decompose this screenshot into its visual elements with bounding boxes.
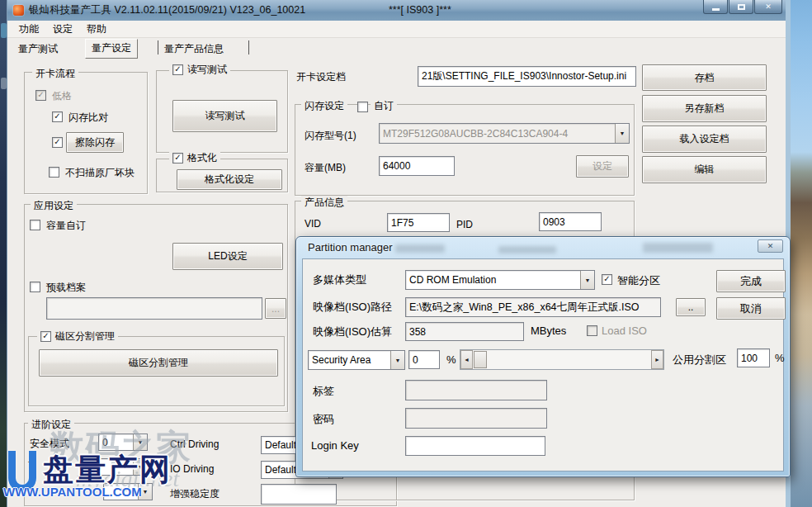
capacity-custom-label[interactable]: 容量自订 <box>46 219 86 233</box>
tab-production-settings[interactable]: 量产设定 <box>85 39 138 59</box>
slider-left-arrow[interactable]: ◄ <box>460 350 473 369</box>
flash-compare-label[interactable]: 闪存比对 <box>68 111 108 125</box>
area-percent-field[interactable]: 0 <box>408 350 440 369</box>
load-settings-button[interactable]: 载入设定档 <box>642 126 767 153</box>
edit-button[interactable]: 编辑 <box>642 156 767 183</box>
load-iso-label: Load ISO <box>602 325 647 337</box>
group-app-settings-title: 应用设定 <box>31 199 77 213</box>
save-button[interactable]: 存档 <box>642 64 767 91</box>
setting-file-field[interactable]: 21版\SETTING_FILE_IS903\Innostor-Setup.in… <box>418 66 636 87</box>
cancel-button[interactable]: 取消 <box>716 297 786 320</box>
login-key-field[interactable] <box>405 436 545 456</box>
low-format-label: 低格 <box>52 89 72 103</box>
capacity-custom-checkbox[interactable] <box>30 220 40 230</box>
slider-thumb[interactable] <box>474 351 487 368</box>
slider-right-arrow[interactable]: ► <box>651 350 663 369</box>
public-partition-label: 公用分割区 <box>673 353 726 367</box>
media-type-select[interactable]: CD ROM Emulation ▼ <box>405 270 595 290</box>
close-button[interactable]: ✕ <box>754 0 782 14</box>
menu-function[interactable]: 功能 <box>19 22 39 36</box>
preload-browse-button[interactable]: ... <box>265 298 286 319</box>
erase-flash-button[interactable]: 擦除闪存 <box>66 132 124 153</box>
dialog-titlebar[interactable]: Partition manager ✕ <box>296 237 790 258</box>
pid-label: PID <box>456 219 473 230</box>
stability-field[interactable] <box>261 484 337 505</box>
flash-capacity-field[interactable]: 64000 <box>379 156 455 176</box>
flash-model-label: 闪存型号(1) <box>304 129 356 143</box>
menu-bar: 功能 设定 帮助 <box>7 21 786 38</box>
iso-browse-button[interactable]: .. <box>676 298 706 316</box>
dropdown-icon[interactable]: ▼ <box>580 271 594 289</box>
check-icon: ✓ <box>174 65 181 73</box>
partition-manage-header: ✓ 磁区分割管理 <box>37 329 118 344</box>
slider-track[interactable] <box>473 350 651 369</box>
tab-product-info[interactable]: 量产产品信息 <box>164 42 224 56</box>
flash-capacity-label: 容量(MB) <box>304 161 346 175</box>
partition-manage-button[interactable]: 磁区分割管理 <box>39 349 278 377</box>
flash-model-value: MT29F512G08AUCBB-2C84C13CA904-4 <box>380 124 615 143</box>
iso-size-label: 映像档(ISO)估算 <box>313 325 392 339</box>
flash-set-button: 设定 <box>576 155 629 178</box>
maximize-icon <box>738 4 745 10</box>
group-flash-settings <box>295 104 635 196</box>
media-type-label: 多媒体类型 <box>313 272 366 287</box>
close-icon: ✕ <box>767 242 774 250</box>
rw-test-button[interactable]: 读写测试 <box>172 100 277 132</box>
area-type-select[interactable]: Security Area ▼ <box>308 350 405 370</box>
menu-help[interactable]: 帮助 <box>87 22 106 36</box>
desktop-icon-sliver <box>1 78 7 89</box>
smart-partition-checkbox[interactable]: ✓ <box>602 274 612 285</box>
load-iso-checkbox <box>587 325 597 336</box>
tab-separator <box>248 40 249 54</box>
watermark-site-url: WWW.UPANTOOL.COM <box>3 485 142 499</box>
vid-field[interactable]: 1F75 <box>387 213 450 232</box>
pid-field[interactable]: 0903 <box>539 212 602 231</box>
maximize-button[interactable] <box>729 0 753 14</box>
preload-files-label[interactable]: 预载档案 <box>46 281 86 295</box>
dropdown-icon: ▼ <box>615 124 629 143</box>
partition-manage-checkbox[interactable]: ✓ <box>40 331 51 342</box>
rw-test-group-header: ✓ 读写测试 <box>169 63 230 77</box>
iso-path-field[interactable]: E:\数码之家_Win8_PE_x86_x64七周年正式版.ISO <box>405 297 661 317</box>
flash-model-select: MT29F512G08AUCBB-2C84C13CA904-4 ▼ <box>379 123 630 144</box>
dialog-close-button[interactable]: ✕ <box>758 239 783 253</box>
tab-separator <box>158 40 158 54</box>
erase-flash-checkbox[interactable]: ✓ <box>52 137 63 148</box>
iso-size-field[interactable]: 358 <box>405 322 524 341</box>
flash-custom-label[interactable]: 自订 <box>371 99 397 113</box>
tab-production-test[interactable]: 量产测试 <box>18 42 58 56</box>
area-type-value: Security Area <box>309 351 390 369</box>
low-format-checkbox: ✓ <box>35 90 46 101</box>
minimize-button[interactable] <box>703 0 728 14</box>
format-label[interactable]: 格式化 <box>187 151 217 165</box>
save-as-button[interactable]: 另存新档 <box>642 95 767 122</box>
partition-manage-label[interactable]: 磁区分割管理 <box>55 329 115 344</box>
rw-test-checkbox[interactable]: ✓ <box>172 64 183 75</box>
public-percent-field[interactable]: 100 <box>737 348 770 367</box>
check-icon: ✓ <box>54 138 60 146</box>
led-settings-button[interactable]: LED设定 <box>172 243 283 270</box>
format-settings-button[interactable]: 格式化设定 <box>177 169 282 190</box>
desktop-icon-sliver <box>1 23 7 38</box>
skip-bad-blocks-checkbox[interactable] <box>49 167 59 178</box>
setting-file-label: 开卡设定档 <box>296 70 346 84</box>
skip-bad-blocks-label[interactable]: 不扫描原厂坏块 <box>65 166 135 180</box>
partition-ratio-slider[interactable]: ◄ ► <box>460 349 664 370</box>
volume-label-field <box>405 380 547 400</box>
format-checkbox[interactable]: ✓ <box>172 153 183 163</box>
flash-compare-checkbox[interactable]: ✓ <box>52 111 63 122</box>
flash-custom-checkbox[interactable] <box>357 102 368 112</box>
close-icon: ✕ <box>765 2 772 11</box>
preload-path-field[interactable] <box>46 297 262 320</box>
preload-files-checkbox[interactable] <box>30 282 40 292</box>
caption-buttons: ✕ <box>702 0 782 14</box>
password-field <box>405 408 547 429</box>
menu-settings[interactable]: 设定 <box>53 22 73 36</box>
rw-test-label[interactable]: 读写测试 <box>187 63 227 77</box>
done-button[interactable]: 完成 <box>716 270 786 292</box>
mbytes-label: MBytes <box>531 325 566 337</box>
glass-reflection <box>395 244 445 253</box>
smart-partition-label[interactable]: 智能分区 <box>617 273 660 288</box>
partition-manager-dialog: Partition manager ✕ 多媒体类型 CD ROM Emulati… <box>295 236 791 477</box>
dropdown-icon[interactable]: ▼ <box>390 351 404 369</box>
